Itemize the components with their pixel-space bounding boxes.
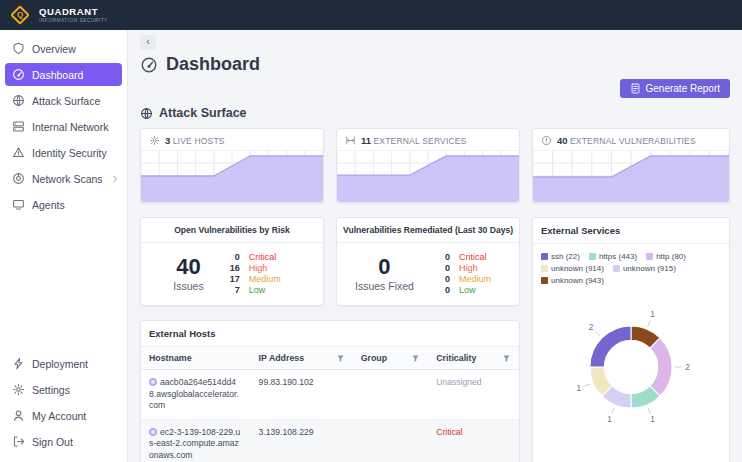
column-header-group[interactable]: Group bbox=[353, 347, 429, 370]
sidebar-item-deployment[interactable]: Deployment bbox=[5, 352, 122, 375]
sidebar-item-attack-surface[interactable]: Attack Surface bbox=[5, 89, 122, 112]
legend-item: unknown (914) bbox=[541, 264, 604, 273]
globe-icon bbox=[12, 94, 25, 107]
external-hosts-title: External Hosts bbox=[141, 321, 519, 347]
risk-label: Low bbox=[249, 285, 291, 295]
open-vulnerabilities-breakdown: 0Critical16High17Medium7Low bbox=[224, 252, 291, 295]
agents-icon bbox=[12, 198, 25, 211]
quadrant-logo-icon: Q bbox=[10, 5, 30, 25]
filter-icon[interactable] bbox=[502, 354, 511, 363]
external-hosts-table: Hostname IP Address Group Criticality aa… bbox=[141, 347, 519, 462]
table-row[interactable]: aacb0a264e514dd48.awsglobalaccelerator.c… bbox=[141, 370, 519, 420]
sidebar-nav-bottom: DeploymentSettingsMy AccountSign Out bbox=[5, 352, 122, 456]
column-label-hostname: Hostname bbox=[149, 353, 192, 363]
server-icon bbox=[12, 120, 25, 133]
external-vulnerabilities-card: 40 EXTERNAL VULNERABILITIES bbox=[532, 128, 730, 203]
legend-label: https (443) bbox=[599, 252, 637, 261]
legend-swatch bbox=[541, 277, 548, 284]
services-legend: ssh (22)https (443)http (80)unknown (914… bbox=[533, 244, 729, 287]
generate-report-button[interactable]: Generate Report bbox=[620, 79, 731, 98]
criticality-cell: Unassigned bbox=[428, 370, 519, 420]
hosts-table-body: aacb0a264e514dd48.awsglobalaccelerator.c… bbox=[141, 370, 519, 462]
external-services-donut: 121112 bbox=[550, 291, 712, 441]
remediated-vulnerabilities-card: Vulnerabilities Remediated (Last 30 Days… bbox=[336, 217, 520, 306]
open-vulnerabilities-title: Open Vulnerabilities by Risk bbox=[141, 218, 323, 243]
sidebar-item-settings[interactable]: Settings bbox=[5, 378, 122, 401]
sidebar-item-sign-out[interactable]: Sign Out bbox=[5, 430, 122, 453]
risk-row: 0Critical bbox=[434, 252, 501, 262]
sidebar-collapse-button[interactable]: ‹ bbox=[140, 35, 156, 50]
column-label-ip: IP Address bbox=[259, 353, 304, 363]
section-title: Attack Surface bbox=[159, 106, 247, 120]
sidebar-item-label: Agents bbox=[32, 199, 65, 211]
deployment-icon bbox=[12, 357, 25, 370]
legend-swatch bbox=[541, 265, 548, 272]
svg-text:1: 1 bbox=[577, 384, 582, 393]
filter-icon[interactable] bbox=[336, 354, 345, 363]
sidebar-item-overview[interactable]: Overview bbox=[5, 37, 122, 60]
legend-label: http (80) bbox=[656, 252, 686, 261]
column-header-criticality[interactable]: Criticality bbox=[428, 347, 519, 370]
sidebar-item-my-account[interactable]: My Account bbox=[5, 404, 122, 427]
sidebar: OverviewDashboardAttack SurfaceInternal … bbox=[0, 30, 128, 462]
sidebar-nav-top: OverviewDashboardAttack SurfaceInternal … bbox=[5, 37, 122, 219]
external-services-chart-card: External Services ssh (22)https (443)htt… bbox=[532, 217, 730, 462]
external-services-sparkline bbox=[337, 150, 519, 202]
risk-row: 0High bbox=[434, 263, 501, 273]
ip-address-cell: 99.83.190.102 bbox=[251, 370, 353, 420]
host-status-icon bbox=[149, 378, 157, 386]
risk-label: Medium bbox=[459, 274, 501, 284]
report-icon bbox=[630, 83, 641, 94]
filter-icon[interactable] bbox=[411, 354, 420, 363]
column-header-hostname[interactable]: Hostname bbox=[141, 347, 251, 370]
sidebar-item-identity-security[interactable]: Identity Security bbox=[5, 141, 122, 164]
radar-icon bbox=[12, 172, 25, 185]
dashboard-icon bbox=[12, 68, 25, 81]
quadrant-logo[interactable]: Q QUADRANT INFORMATION SECURITY bbox=[10, 7, 108, 23]
identity-icon bbox=[12, 146, 25, 159]
fixed-issues-label: Issues Fixed bbox=[355, 280, 414, 292]
svg-text:2: 2 bbox=[589, 323, 594, 332]
table-row[interactable]: ec2-3-139-108-229.us-east-2.compute.amaz… bbox=[141, 419, 519, 462]
live-hosts-count: 3 bbox=[165, 135, 170, 146]
external-services-count-card: 11 EXTERNAL SERVICES bbox=[336, 128, 520, 203]
legend-item: unknown (915) bbox=[613, 264, 676, 273]
external-services-chart-title: External Services bbox=[533, 218, 729, 244]
sidebar-item-network-scans[interactable]: Network Scans bbox=[5, 167, 122, 190]
generate-report-label: Generate Report bbox=[646, 83, 721, 94]
sidebar-item-agents[interactable]: Agents bbox=[5, 193, 122, 216]
brand-name: QUADRANT bbox=[39, 7, 108, 18]
external-services-card-header: 11 EXTERNAL SERVICES bbox=[337, 129, 519, 150]
legend-label: ssh (22) bbox=[551, 252, 580, 261]
sidebar-item-label: Deployment bbox=[32, 358, 88, 370]
table-header-row: Hostname IP Address Group Criticality bbox=[141, 347, 519, 370]
risk-count: 0 bbox=[434, 263, 450, 273]
column-header-ip-address[interactable]: IP Address bbox=[251, 347, 353, 370]
legend-label: unknown (914) bbox=[551, 264, 604, 273]
dashboard-page-icon bbox=[140, 56, 158, 74]
external-vulnerabilities-sparkline bbox=[533, 150, 729, 202]
external-services-label: EXTERNAL SERVICES bbox=[373, 136, 466, 146]
svg-text:2: 2 bbox=[685, 363, 690, 372]
sidebar-item-label: Sign Out bbox=[32, 436, 73, 448]
sidebar-item-internal-network[interactable]: Internal Network bbox=[5, 115, 122, 138]
signout-icon bbox=[12, 435, 25, 448]
sidebar-item-label: Dashboard bbox=[32, 69, 83, 81]
external-vulnerabilities-card-header: 40 EXTERNAL VULNERABILITIES bbox=[533, 129, 729, 150]
hostname-text: ec2-3-139-108-229.us-east-2.compute.amaz… bbox=[149, 427, 240, 460]
external-hosts-card: External Hosts Hostname IP Address Group… bbox=[140, 320, 520, 462]
info-circle-icon bbox=[541, 135, 552, 146]
risk-row: 16High bbox=[224, 263, 291, 273]
risk-count: 0 bbox=[434, 274, 450, 284]
sidebar-item-dashboard[interactable]: Dashboard bbox=[5, 63, 122, 86]
page-title: Dashboard bbox=[166, 54, 260, 75]
sidebar-item-label: Settings bbox=[32, 384, 70, 396]
globe-icon bbox=[140, 107, 153, 120]
live-hosts-card-header: 3 LIVE HOSTS bbox=[141, 129, 323, 150]
risk-row: 0Critical bbox=[224, 252, 291, 262]
legend-swatch bbox=[613, 265, 620, 272]
external-vulnerabilities-count: 40 bbox=[557, 135, 568, 146]
brand-subtitle: INFORMATION SECURITY bbox=[39, 18, 108, 24]
sidebar-item-label: Network Scans bbox=[32, 173, 103, 185]
logo-q-letter: Q bbox=[17, 11, 23, 19]
